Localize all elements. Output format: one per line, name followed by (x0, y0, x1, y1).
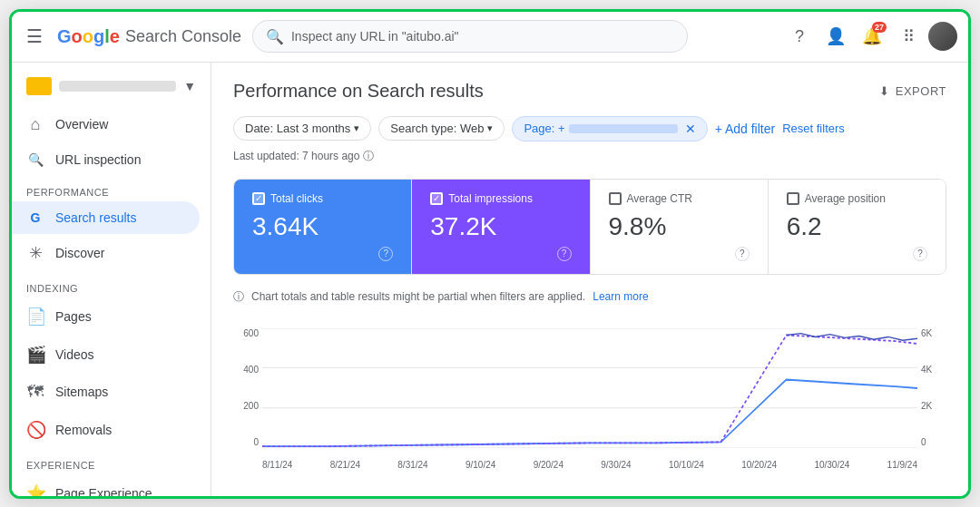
close-icon[interactable]: ✕ (685, 122, 696, 136)
metric-average-ctr[interactable]: Average CTR 9.8% ? (591, 180, 769, 274)
search-type-filter[interactable]: Search type: Web ▾ (378, 116, 505, 141)
admin-button[interactable]: 👤 (819, 20, 852, 53)
search-type-label: Search type: Web (390, 122, 484, 135)
main-header: Performance on Search results ⬇ EXPORT (233, 81, 946, 102)
metric-checkbox[interactable]: ✓ (430, 192, 443, 205)
sidebar-item-url-inspection[interactable]: 🔍 URL inspection (12, 143, 200, 176)
y-axis-right: 6K 4K 2K 0 (921, 328, 946, 448)
sidebar-item-pages[interactable]: 📄 Pages (12, 297, 200, 336)
clicks-line (262, 379, 917, 446)
x-label-4: 9/20/24 (534, 460, 564, 470)
page-filter-value (569, 124, 678, 133)
help-icon[interactable]: ? (913, 247, 927, 261)
sidebar-item-url-inspection-label: URL inspection (55, 152, 141, 167)
pages-icon: 📄 (26, 307, 44, 327)
search-bar[interactable]: 🔍 Inspect any URL in "aitubo.ai" (252, 20, 688, 53)
help-icon[interactable]: ? (735, 247, 750, 261)
sidebar-item-videos-label: Videos (55, 347, 94, 362)
date-filter-label: Date: Last 3 months (245, 122, 350, 135)
sidebar-item-removals[interactable]: 🚫 Removals (12, 411, 200, 449)
chart-notice: ⓘ Chart totals and table results might b… (233, 289, 946, 305)
learn-more-link[interactable]: Learn more (593, 290, 648, 303)
export-icon: ⬇ (879, 84, 890, 98)
date-filter[interactable]: Date: Last 3 months ▾ (233, 116, 371, 141)
body: ▼ ⌂ Overview 🔍 URL inspection Performanc… (12, 63, 968, 496)
x-label-3: 9/10/24 (466, 460, 495, 470)
admin-icon: 👤 (826, 26, 846, 46)
sidebar-item-page-experience-label: Page Experience (55, 486, 152, 496)
metric-checkbox[interactable]: ✓ (252, 192, 265, 205)
chart-svg (262, 328, 917, 448)
property-icon (26, 77, 52, 95)
metric-average-position[interactable]: Average position 6.2 ? (769, 180, 946, 274)
google-logo: Google Search Console (57, 26, 241, 47)
info-icon: ⓘ (233, 289, 244, 305)
chart-container: 600 400 200 0 6K 4K 2K 0 (233, 316, 946, 470)
search-input[interactable]: Inspect any URL in "aitubo.ai" (291, 29, 674, 44)
y-label-6k: 6K (921, 328, 946, 338)
sidebar-item-videos[interactable]: 🎬 Videos (12, 336, 200, 374)
home-icon: ⌂ (26, 115, 44, 134)
sidebar-item-pages-label: Pages (55, 309, 92, 324)
sidebar-item-search-results-label: Search results (55, 210, 136, 225)
metric-header: ✓ Total clicks (252, 192, 393, 205)
page-filter[interactable]: Page: + ✕ (512, 116, 707, 141)
videos-icon: 🎬 (26, 345, 44, 365)
y-label-4k: 4K (921, 365, 946, 375)
sidebar-item-search-results[interactable]: G Search results (12, 201, 200, 234)
help-button[interactable]: ? (783, 20, 816, 53)
metric-footer: ? (609, 247, 750, 261)
property-selector[interactable]: ▼ (12, 70, 211, 102)
x-label-7: 10/20/24 (741, 460, 777, 470)
impressions-detail-line (787, 333, 917, 340)
notifications-button[interactable]: 🔔 27 (856, 20, 888, 53)
header-actions: ? 👤 🔔 27 ⠿ (783, 20, 957, 53)
x-label-5: 9/30/24 (601, 460, 631, 470)
sidebar: ▼ ⌂ Overview 🔍 URL inspection Performanc… (12, 63, 211, 496)
help-icon[interactable]: ? (557, 247, 572, 261)
metric-total-clicks[interactable]: ✓ Total clicks 3.64K ? (234, 180, 412, 274)
sidebar-item-page-experience[interactable]: ⭐ Page Experience (12, 474, 200, 496)
property-name (59, 81, 176, 92)
experience-section-label: Experience (12, 449, 211, 474)
chart-notice-text: Chart totals and table results might be … (251, 290, 585, 303)
metrics-row: ✓ Total clicks 3.64K ? ✓ Total impressio… (233, 179, 946, 275)
sidebar-item-overview[interactable]: ⌂ Overview (12, 106, 200, 143)
x-label-6: 10/10/24 (669, 460, 704, 470)
apps-button[interactable]: ⠿ (892, 20, 925, 53)
last-updated: Last updated: 7 hours ago ⓘ (233, 149, 374, 164)
impressions-line (262, 335, 917, 446)
x-label-2: 8/31/24 (397, 460, 427, 470)
metric-label: Average CTR (627, 192, 692, 205)
export-button[interactable]: ⬇ EXPORT (879, 84, 946, 98)
app-name: Search Console (125, 27, 241, 46)
y-label-2k: 2K (921, 401, 946, 411)
y-label-0: 0 (233, 437, 259, 447)
page-filter-label: Page: + (524, 122, 564, 135)
menu-icon[interactable]: ☰ (23, 22, 46, 51)
metric-header: ✓ Total impressions (430, 192, 571, 205)
avatar[interactable] (928, 22, 957, 51)
google-g-icon: G (26, 210, 44, 225)
metric-value: 37.2K (430, 212, 571, 241)
y-axis-left: 600 400 200 0 (233, 328, 259, 448)
metric-footer: ? (252, 247, 393, 261)
metric-value: 9.8% (609, 212, 750, 241)
metric-header: Average CTR (609, 192, 750, 205)
metric-footer: ? (430, 247, 571, 261)
metric-checkbox[interactable] (609, 192, 622, 205)
metric-header: Average position (787, 192, 927, 205)
removals-icon: 🚫 (26, 420, 44, 440)
info-icon: ⓘ (363, 149, 374, 164)
sidebar-item-sitemaps[interactable]: 🗺 Sitemaps (12, 374, 200, 411)
reset-filters-button[interactable]: Reset filters (782, 122, 845, 135)
sidebar-item-discover-label: Discover (55, 246, 104, 260)
metric-value: 3.64K (252, 212, 393, 241)
metric-checkbox[interactable] (787, 192, 799, 205)
add-filter-button[interactable]: + Add filter (715, 122, 776, 136)
export-label: EXPORT (896, 84, 946, 98)
sidebar-item-discover[interactable]: ✳ Discover (12, 234, 200, 272)
help-icon[interactable]: ? (378, 247, 393, 261)
chevron-down-icon: ▾ (487, 122, 493, 134)
metric-total-impressions[interactable]: ✓ Total impressions 37.2K ? (412, 180, 590, 274)
